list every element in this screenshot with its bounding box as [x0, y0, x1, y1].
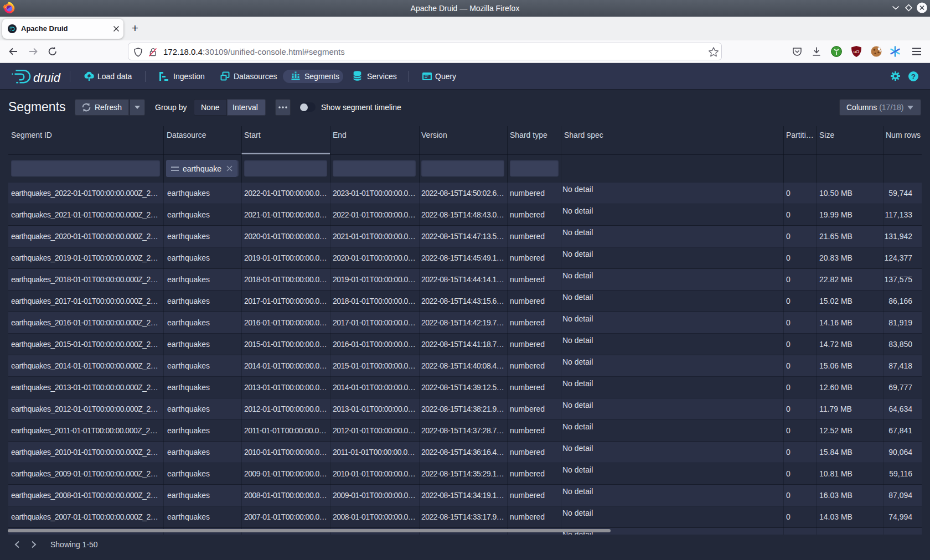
- svg-text:uO: uO: [854, 49, 860, 54]
- svg-text:?: ?: [911, 72, 916, 81]
